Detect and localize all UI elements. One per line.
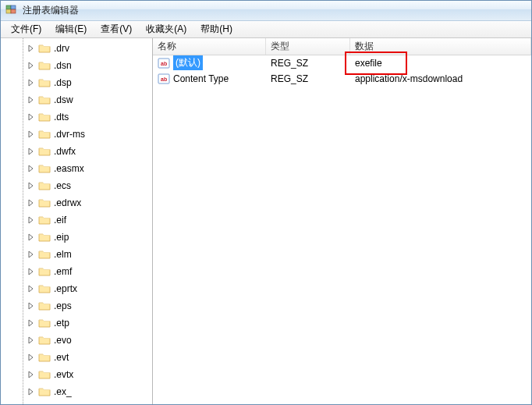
tree-item[interactable]: .etp bbox=[2, 314, 152, 332]
expand-icon[interactable] bbox=[27, 336, 35, 344]
expand-icon[interactable] bbox=[27, 285, 35, 293]
column-header-data[interactable]: 数据 bbox=[350, 38, 531, 55]
tree-item-label: .ecs bbox=[54, 180, 71, 191]
tree-item[interactable]: .eif bbox=[2, 211, 152, 229]
tree-item-label: .dwfx bbox=[54, 146, 76, 157]
tree-item[interactable]: .dsn bbox=[2, 57, 152, 74]
tree-item[interactable]: .eip bbox=[2, 229, 152, 246]
tree-item[interactable]: .ex_ bbox=[2, 383, 152, 400]
tree-item[interactable]: .dwfx bbox=[2, 143, 152, 160]
tree-item-label: .evo bbox=[54, 335, 72, 346]
expand-icon[interactable] bbox=[27, 199, 35, 207]
folder-icon bbox=[38, 300, 51, 312]
expand-icon[interactable] bbox=[27, 268, 35, 275]
tree-item[interactable]: .exc bbox=[2, 400, 152, 404]
folder-icon bbox=[38, 351, 51, 364]
expand-icon[interactable] bbox=[27, 113, 35, 121]
app-icon bbox=[5, 4, 18, 16]
folder-icon bbox=[38, 214, 51, 226]
folder-icon bbox=[38, 403, 51, 404]
titlebar[interactable]: 注册表编辑器 bbox=[1, 1, 531, 21]
folder-icon bbox=[38, 128, 51, 140]
tree-item-label: .drv bbox=[54, 43, 69, 54]
folder-icon bbox=[38, 282, 51, 295]
tree-item[interactable]: .dsp bbox=[2, 74, 152, 91]
folder-icon bbox=[38, 76, 51, 89]
tree-item[interactable]: .elm bbox=[2, 246, 152, 263]
tree-item[interactable]: .evt bbox=[2, 349, 152, 366]
value-type: REG_SZ bbox=[271, 58, 308, 69]
folder-icon bbox=[38, 334, 51, 346]
folder-icon bbox=[38, 368, 51, 381]
folder-icon bbox=[38, 94, 51, 106]
expand-icon[interactable] bbox=[27, 147, 35, 155]
app-window: 注册表编辑器 文件(F) 编辑(E) 查看(V) 收藏夹(A) 帮助(H) .d… bbox=[0, 0, 532, 405]
tree-item[interactable]: .ecs bbox=[2, 177, 152, 194]
tree-item-label: .easmx bbox=[54, 163, 84, 174]
expand-icon[interactable] bbox=[27, 130, 35, 138]
svg-rect-1 bbox=[11, 5, 16, 9]
svg-rect-0 bbox=[6, 5, 11, 9]
tree-item[interactable]: .dvr-ms bbox=[2, 126, 152, 143]
folder-icon bbox=[38, 179, 51, 192]
expand-icon[interactable] bbox=[27, 62, 35, 69]
expand-icon[interactable] bbox=[27, 79, 35, 87]
menu-view[interactable]: 查看(V) bbox=[94, 21, 139, 37]
tree-item[interactable]: .dts bbox=[2, 108, 152, 126]
menubar: 文件(F) 编辑(E) 查看(V) 收藏夹(A) 帮助(H) bbox=[1, 21, 531, 38]
list-row[interactable]: ab(默认)REG_SZexefile bbox=[153, 55, 531, 71]
list-row[interactable]: abContent TypeREG_SZapplication/x-msdown… bbox=[153, 71, 531, 87]
tree-item-label: .eip bbox=[54, 232, 69, 243]
expand-icon[interactable] bbox=[27, 165, 35, 172]
expand-icon[interactable] bbox=[27, 250, 35, 258]
value-data: application/x-msdownload bbox=[355, 73, 463, 84]
tree-item-label: .etp bbox=[54, 318, 69, 329]
svg-text:ab: ab bbox=[161, 76, 167, 82]
column-header-type[interactable]: 类型 bbox=[266, 38, 350, 55]
folder-icon bbox=[38, 248, 51, 261]
expand-icon[interactable] bbox=[27, 319, 35, 327]
tree-item-label: .eprtx bbox=[54, 283, 77, 294]
tree-item[interactable]: .dsw bbox=[2, 91, 152, 108]
expand-icon[interactable] bbox=[27, 216, 35, 224]
menu-favorites[interactable]: 收藏夹(A) bbox=[139, 21, 193, 37]
tree-item-label: .dvr-ms bbox=[54, 129, 85, 140]
tree-item-label: .evtx bbox=[54, 369, 73, 380]
tree-item[interactable]: .eps bbox=[2, 297, 152, 314]
expand-icon[interactable] bbox=[27, 182, 35, 190]
svg-rect-2 bbox=[6, 9, 11, 13]
expand-icon[interactable] bbox=[27, 388, 35, 396]
content-area: .drv.dsn.dsp.dsw.dts.dvr-ms.dwfx.easmx.e… bbox=[1, 38, 531, 404]
menu-help[interactable]: 帮助(H) bbox=[193, 21, 239, 37]
value-name: Content Type bbox=[173, 73, 229, 84]
expand-icon[interactable] bbox=[27, 44, 35, 52]
tree-item[interactable]: .edrwx bbox=[2, 194, 152, 211]
tree-item-label: .ex_ bbox=[54, 386, 72, 397]
value-name: (默认) bbox=[173, 55, 203, 70]
menu-file[interactable]: 文件(F) bbox=[4, 21, 48, 37]
tree-item[interactable]: .eprtx bbox=[2, 280, 152, 297]
tree-item[interactable]: .drv bbox=[2, 40, 152, 57]
expand-icon[interactable] bbox=[27, 302, 35, 310]
folder-icon bbox=[38, 197, 51, 209]
tree-item-label: .dsp bbox=[54, 77, 72, 88]
tree-item[interactable]: .evtx bbox=[2, 366, 152, 383]
expand-icon[interactable] bbox=[27, 233, 35, 241]
expand-icon[interactable] bbox=[27, 371, 35, 378]
expand-icon[interactable] bbox=[27, 96, 35, 104]
expand-icon[interactable] bbox=[27, 353, 35, 361]
list-pane[interactable]: 名称 类型 数据 ab(默认)REG_SZexefileabContent Ty… bbox=[153, 38, 531, 404]
menu-edit[interactable]: 编辑(E) bbox=[48, 21, 94, 37]
tree-item-label: .evt bbox=[54, 352, 69, 363]
folder-icon bbox=[38, 145, 51, 158]
tree-item[interactable]: .easmx bbox=[2, 160, 152, 177]
tree-item-label: .exc bbox=[54, 403, 71, 404]
tree-pane[interactable]: .drv.dsn.dsp.dsw.dts.dvr-ms.dwfx.easmx.e… bbox=[1, 38, 153, 404]
tree-item-label: .dsn bbox=[54, 60, 72, 71]
column-header-name[interactable]: 名称 bbox=[153, 38, 266, 55]
tree-item[interactable]: .evo bbox=[2, 332, 152, 349]
folder-icon bbox=[38, 59, 51, 72]
window-title: 注册表编辑器 bbox=[23, 4, 79, 17]
tree-item[interactable]: .emf bbox=[2, 263, 152, 280]
tree-item-label: .dsw bbox=[54, 94, 73, 105]
